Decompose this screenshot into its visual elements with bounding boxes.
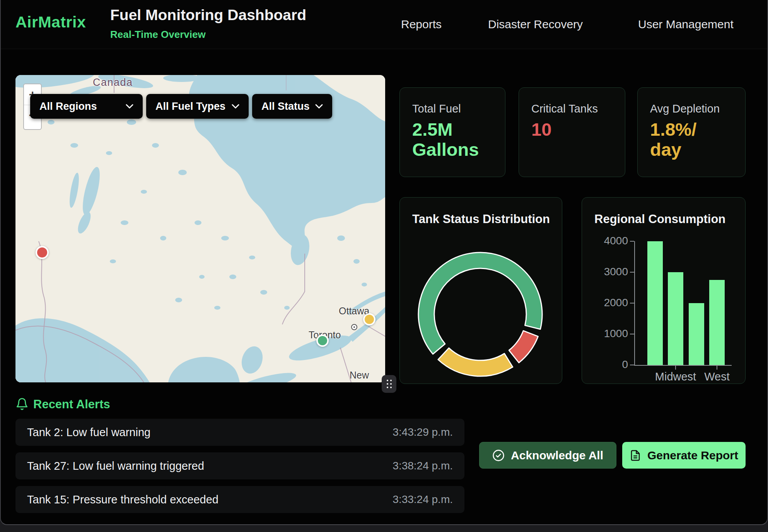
bar-3 xyxy=(689,303,704,365)
nav-item-reports[interactable]: Reports xyxy=(401,0,442,49)
resize-handle-icon[interactable] xyxy=(382,375,396,393)
stat-label: Total Fuel xyxy=(412,102,461,115)
x-axis-tick xyxy=(675,366,676,370)
alert-time: 3:33:24 p.m. xyxy=(393,493,453,506)
y-axis xyxy=(634,241,635,366)
bell-icon xyxy=(15,397,29,411)
chevron-down-icon xyxy=(232,104,239,109)
alert-message: Tank 15: Pressure threshold exceeded xyxy=(27,493,218,506)
alert-time: 3:43:29 p.m. xyxy=(393,426,453,438)
y-axis-tick-label: 1000 xyxy=(592,327,628,340)
bar-2 xyxy=(668,272,683,365)
page-title: Fuel Monitoring Dashboard xyxy=(110,7,306,24)
y-axis-tick xyxy=(630,241,634,242)
fuel-type-filter-dropdown[interactable]: All Fuel Types xyxy=(146,94,249,119)
alert-row[interactable]: Tank 15: Pressure threshold exceeded 3:3… xyxy=(15,486,464,513)
y-axis-tick-label: 4000 xyxy=(592,235,628,247)
regional-consumption-card: Regional Consumption 01000200030004000Mi… xyxy=(582,197,746,384)
generate-report-button[interactable]: Generate Report xyxy=(622,442,746,469)
y-axis-tick xyxy=(630,334,634,334)
stat-label: Critical Tanks xyxy=(531,102,598,115)
status-filter-dropdown[interactable]: All Status xyxy=(252,94,332,119)
nav-item-user-management[interactable]: User Management xyxy=(638,0,734,49)
map-marker-warning[interactable] xyxy=(363,313,375,326)
status-filter-value: All Status xyxy=(261,101,310,113)
header: AirMatrix Fuel Monitoring Dashboard Real… xyxy=(1,0,767,49)
y-axis-tick-label: 3000 xyxy=(592,266,628,278)
alerts-section-title: Recent Alerts xyxy=(33,397,110,411)
bar-chart-plot: 01000200030004000MidwestWest xyxy=(582,198,746,384)
stat-value-total-fuel: 2.5M Gallons xyxy=(412,119,478,159)
map[interactable]: Canada Ottawa Toronto New York + − All R… xyxy=(15,75,385,382)
check-circle-icon xyxy=(492,449,505,462)
stat-value-avg-depletion: 1.8%/​day xyxy=(650,119,716,159)
region-filter-value: All Regions xyxy=(39,101,97,113)
page-subtitle: Real-Time Overview xyxy=(110,29,206,41)
stat-card-critical-tanks: Critical Tanks 10 xyxy=(519,87,625,177)
alert-row[interactable]: Tank 27: Low fuel warning triggered 3:38… xyxy=(15,452,464,479)
donut-segment-warning xyxy=(438,348,513,376)
acknowledge-all-button[interactable]: Acknowledge All xyxy=(479,442,616,469)
ottawa-town-icon xyxy=(351,324,357,330)
y-axis-tick-label: 0 xyxy=(592,358,628,371)
stat-value-critical-tanks: 10 xyxy=(531,119,597,140)
donut-segment-critical xyxy=(509,331,538,363)
alert-time: 3:38:24 p.m. xyxy=(393,460,453,472)
alert-message: Tank 2: Low fuel warning xyxy=(27,426,150,439)
map-marker-critical[interactable] xyxy=(36,246,49,259)
x-axis-tick-label: West xyxy=(704,370,730,383)
chevron-down-icon xyxy=(315,104,323,109)
y-axis-tick-label: 2000 xyxy=(592,297,628,309)
fuel-type-filter-value: All Fuel Types xyxy=(155,101,225,113)
x-axis-tick xyxy=(717,366,717,370)
stat-card-avg-depletion: Avg Depletion 1.8%/​day xyxy=(637,87,746,177)
map-filter-bar: All Regions All Fuel Types All Status xyxy=(30,94,332,119)
chevron-down-icon xyxy=(126,104,133,109)
map-label-new-york: New York xyxy=(350,370,385,382)
y-axis-tick xyxy=(630,303,634,304)
bar-4 xyxy=(709,280,725,365)
tank-status-card: Tank Status Distribution xyxy=(399,197,562,384)
file-text-icon xyxy=(630,450,641,461)
acknowledge-all-label: Acknowledge All xyxy=(511,449,603,462)
stat-card-total-fuel: Total Fuel 2.5M Gallons xyxy=(399,87,505,177)
stat-label: Avg Depletion xyxy=(650,102,720,115)
nav-item-disaster-recovery[interactable]: Disaster Recovery xyxy=(488,0,583,49)
region-filter-dropdown[interactable]: All Regions xyxy=(30,94,143,119)
generate-report-label: Generate Report xyxy=(647,449,738,462)
y-axis-tick xyxy=(630,365,634,365)
alert-row[interactable]: Tank 2: Low fuel warning 3:43:29 p.m. xyxy=(15,419,464,446)
map-marker-normal[interactable] xyxy=(316,334,329,347)
donut-chart xyxy=(415,249,546,380)
x-axis-tick-label: Midwest xyxy=(655,370,696,383)
map-label-canada: Canada xyxy=(93,77,133,89)
alert-message: Tank 27: Low fuel warning triggered xyxy=(27,460,204,472)
brand-logo[interactable]: AirMatrix xyxy=(15,13,86,31)
y-axis-tick xyxy=(630,272,634,273)
chart-title: Tank Status Distribution xyxy=(412,212,550,226)
dashboard-window: AirMatrix Fuel Monitoring Dashboard Real… xyxy=(0,0,768,525)
bar-1 xyxy=(647,241,663,365)
